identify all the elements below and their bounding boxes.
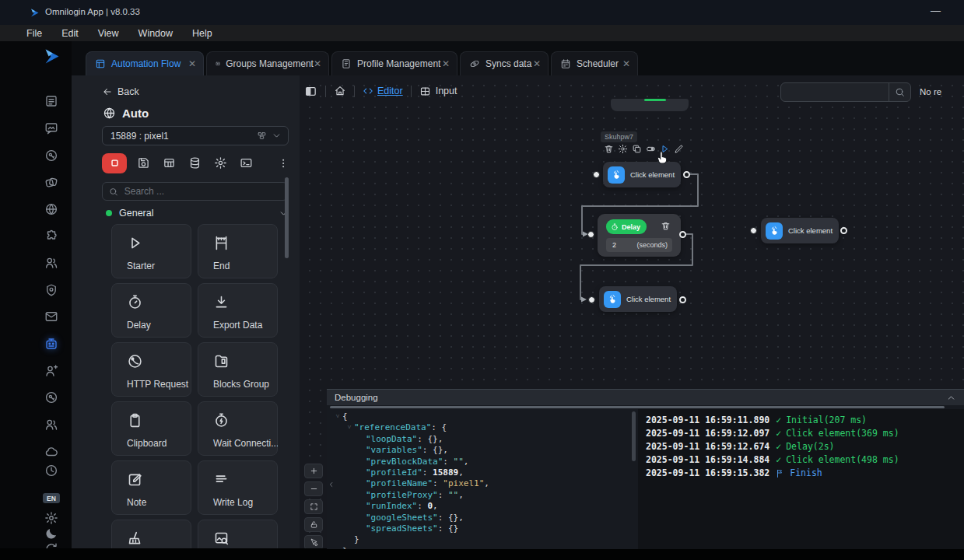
rail-item-extensions[interactable]: [44, 229, 58, 243]
block-card-export-data[interactable]: Export Data: [198, 283, 278, 338]
database-icon[interactable]: [188, 156, 202, 170]
canvas-search-input[interactable]: [781, 83, 889, 101]
rail-item-browser-profiles[interactable]: [44, 202, 58, 216]
rail-item-automation[interactable]: [44, 337, 58, 351]
rail-item-messages[interactable]: [44, 121, 58, 135]
copy-icon[interactable]: [632, 144, 642, 154]
canvas-control-cursor-config[interactable]: [304, 535, 323, 548]
rail-item-team[interactable]: [44, 256, 58, 270]
save-profile-icon[interactable]: [137, 156, 150, 170]
tab-groups-management[interactable]: Groups Management✕: [206, 51, 329, 75]
block-card-broom[interactable]: [111, 520, 191, 548]
debug-resize-handle[interactable]: [330, 406, 945, 408]
port-out[interactable]: [840, 227, 847, 234]
canvas-control-fit[interactable]: [304, 499, 323, 514]
port-in[interactable]: [588, 296, 595, 303]
rail-item-members[interactable]: [44, 418, 58, 432]
rail-item-dark-mode[interactable]: [44, 527, 58, 541]
close-tab-icon[interactable]: ✕: [442, 59, 450, 68]
block-card-blocks-group[interactable]: Blocks Group: [198, 342, 278, 397]
node-click-element-3[interactable]: Click element: [599, 286, 677, 312]
menu-edit[interactable]: Edit: [61, 28, 79, 39]
collapse-chevron-icon[interactable]: ˅: [333, 411, 342, 422]
block-card-starter[interactable]: Starter: [111, 224, 191, 278]
tab-automation-flow[interactable]: Automation Flow✕: [86, 51, 204, 75]
profile-select[interactable]: 15889 : pixel1: [102, 126, 289, 145]
menu-help[interactable]: Help: [192, 28, 212, 39]
canvas-control-plus[interactable]: [304, 464, 323, 478]
node-click-element-2[interactable]: Click element: [761, 218, 839, 243]
chevron-left-icon[interactable]: [328, 479, 335, 490]
close-tab-icon[interactable]: ✕: [188, 59, 196, 68]
port-in[interactable]: [750, 227, 757, 234]
rail-item-settings[interactable]: [44, 511, 58, 525]
rail-item-history[interactable]: [44, 464, 58, 478]
section-general[interactable]: General: [102, 207, 289, 219]
collapse-chevron-icon[interactable]: ˅: [345, 422, 354, 433]
home-icon[interactable]: [334, 85, 346, 97]
rail-item-inbox[interactable]: [44, 310, 58, 324]
chevron-up-icon[interactable]: [946, 393, 956, 403]
block-card-delay[interactable]: Delay: [111, 283, 191, 338]
debug-log-view[interactable]: 2025-09-11 16:59:11.890✓Initial(207 ms)2…: [638, 409, 964, 549]
close-tab-icon[interactable]: ✕: [622, 59, 630, 68]
rail-item-invite-user[interactable]: [44, 364, 58, 378]
tab-input[interactable]: Input: [419, 86, 457, 97]
gear-icon[interactable]: [618, 144, 628, 154]
rail-item-cloud[interactable]: [44, 445, 58, 459]
node-click-element-1[interactable]: Click element: [603, 162, 681, 187]
stop-button[interactable]: [102, 153, 127, 173]
menu-window[interactable]: Window: [138, 28, 173, 39]
tab-editor[interactable]: Editor: [363, 86, 403, 96]
close-tab-icon[interactable]: ✕: [533, 59, 541, 68]
rail-item-api-keys[interactable]: [44, 149, 58, 163]
panel-toggle-icon[interactable]: [304, 85, 317, 98]
menu-file[interactable]: File: [26, 28, 42, 39]
delay-seconds-field[interactable]: 2 (seconds): [606, 238, 672, 252]
tab-profile-management[interactable]: Profile Management✕: [331, 51, 457, 75]
close-tab-icon[interactable]: ✕: [314, 59, 321, 68]
port-out[interactable]: [683, 171, 690, 178]
rail-item-language[interactable]: EN: [43, 493, 60, 503]
block-search[interactable]: [102, 182, 288, 201]
node-fragment[interactable]: [611, 99, 689, 111]
tab-syncs-data[interactable]: Syncs data✕: [460, 51, 549, 75]
minimize-button[interactable]: —: [931, 5, 941, 16]
back-button[interactable]: Back: [102, 86, 139, 97]
port-out[interactable]: [679, 296, 686, 303]
menu-view[interactable]: View: [98, 28, 119, 39]
panel-scrollbar[interactable]: [285, 177, 289, 258]
block-card-clipboard[interactable]: Clipboard: [111, 401, 191, 456]
node-delay[interactable]: Delay 2 (seconds): [598, 214, 681, 257]
table-icon[interactable]: [163, 156, 176, 170]
debug-json-view[interactable]: ˅{˅"referenceData": {"loopData": {},"var…: [327, 409, 632, 549]
block-card-note[interactable]: Note: [111, 460, 191, 515]
toggle-icon[interactable]: [646, 144, 656, 154]
block-card-write-log[interactable]: Write Log: [198, 460, 278, 515]
rail-item-tokens[interactable]: [44, 390, 58, 404]
block-card-http-request[interactable]: HTTP Request: [111, 342, 191, 397]
trash-icon[interactable]: [661, 221, 671, 231]
rail-item-news[interactable]: [44, 94, 58, 108]
block-card-wait-connecti-[interactable]: Wait Connecti...: [198, 401, 278, 456]
port-in[interactable]: [587, 231, 594, 238]
block-card-end[interactable]: End: [198, 224, 278, 278]
rail-item-security[interactable]: [44, 283, 58, 297]
block-card-image-search[interactable]: [198, 520, 278, 548]
debug-header[interactable]: Debugging: [327, 390, 964, 405]
port-in[interactable]: [593, 171, 600, 178]
terminal-icon[interactable]: [240, 156, 253, 170]
rail-logo-icon[interactable]: [41, 46, 62, 67]
canvas-control-minus[interactable]: [304, 481, 323, 496]
canvas-search[interactable]: [780, 82, 911, 102]
trash-icon[interactable]: [604, 144, 614, 154]
rail-item-proxies[interactable]: [44, 176, 58, 190]
play-icon[interactable]: [660, 144, 670, 154]
json-scrollbar[interactable]: [632, 411, 636, 461]
canvas-control-lock[interactable]: [304, 517, 323, 532]
settings-gear-icon[interactable]: [214, 156, 227, 170]
search-button[interactable]: [889, 83, 910, 101]
tab-scheduler[interactable]: Scheduler✕: [551, 51, 638, 75]
block-search-input[interactable]: [123, 185, 281, 198]
port-out[interactable]: [679, 231, 686, 238]
